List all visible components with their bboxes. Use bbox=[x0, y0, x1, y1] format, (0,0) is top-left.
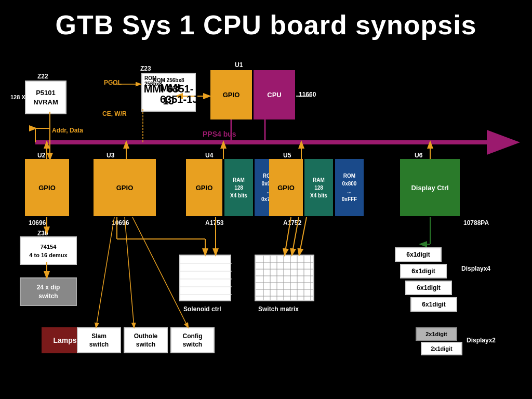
u5-number: A1752 bbox=[283, 219, 301, 227]
u4-number: A1753 bbox=[205, 219, 223, 227]
switch-matrix-box bbox=[255, 255, 314, 301]
z30-label: Z30 bbox=[37, 230, 48, 237]
display-x4-item-4: 6x1digit bbox=[410, 297, 457, 312]
config-switch-box: Config switch bbox=[170, 327, 215, 353]
solenoid-ctrl-label: Solenoid ctrl bbox=[183, 305, 221, 313]
u5-rom-box: ROM 0x800 ... 0xFFF bbox=[335, 159, 364, 216]
u2-gpio-box: GPIO bbox=[25, 159, 69, 216]
u6-label: U6 bbox=[415, 152, 422, 159]
u3-label: U3 bbox=[107, 152, 114, 159]
u1-cpu-box: CPU bbox=[254, 70, 295, 119]
svg-line-18 bbox=[125, 217, 134, 327]
displayx2-label: Displayx2 bbox=[467, 337, 496, 344]
u6-display-ctrl-box: Display Ctrl bbox=[400, 159, 460, 216]
z22-chip-box: P5101 NVRAM bbox=[25, 81, 66, 114]
u3-gpio-box: GPIO bbox=[94, 159, 156, 216]
solenoid-ctrl-box bbox=[179, 255, 231, 301]
u4-label: U4 bbox=[205, 152, 213, 159]
u5-gpio-box: GPIO bbox=[269, 159, 303, 216]
u3-number: 10696 bbox=[112, 219, 129, 227]
u4-ram-box: RAM 128 X4 bits bbox=[224, 159, 253, 216]
u4-gpio-box: GPIO bbox=[186, 159, 222, 216]
u1-label: U1 bbox=[235, 61, 243, 69]
slam-switch-box: Slam switch bbox=[77, 327, 121, 353]
ce-wr-label: CE, W/R bbox=[102, 110, 127, 117]
display-x2-item-2: 2x1digit bbox=[421, 342, 462, 355]
u5-ram-box: RAM 128 X4 bits bbox=[304, 159, 333, 216]
display-x4-item-3: 6x1digit bbox=[405, 281, 452, 295]
page-title: GTB Sys 1 CPU board synopsis bbox=[0, 0, 532, 41]
svg-line-17 bbox=[96, 217, 114, 327]
addr-data-label: Addr, Data bbox=[52, 127, 83, 134]
display-x4-item-1: 6x1digit bbox=[395, 247, 442, 262]
u5-label: U5 bbox=[283, 152, 291, 159]
u1-gpio-box: GPIO bbox=[210, 70, 252, 119]
switch-matrix-label: Switch matrix bbox=[258, 305, 299, 313]
dip-switch-box: 24 x dip switch bbox=[20, 277, 77, 306]
z30-chip-box: 74154 4 to 16 demux bbox=[20, 236, 77, 265]
z23-label: Z23 bbox=[140, 65, 151, 72]
u2-number: 10696 bbox=[29, 219, 46, 227]
display-x4-item-2: 6x1digit bbox=[400, 264, 447, 278]
pgol-label: PGOL bbox=[104, 79, 122, 86]
display-x2-item-1: 2x1digit bbox=[416, 327, 457, 341]
u2-label: U2 bbox=[37, 152, 45, 159]
u1-number: 11660 bbox=[299, 91, 316, 98]
outhole-switch-box: Outhole switch bbox=[124, 327, 168, 353]
pps4-bus-label: PPS4 bus bbox=[203, 130, 236, 138]
displayx4-label: Displayx4 bbox=[461, 265, 490, 272]
u6-number: 10788PA bbox=[463, 219, 489, 227]
z23-mmi-label: MMI6351-1J bbox=[160, 82, 198, 105]
z22-label: Z22 bbox=[37, 73, 48, 80]
z23-rom-info: ROM256bx8 bbox=[144, 75, 162, 87]
